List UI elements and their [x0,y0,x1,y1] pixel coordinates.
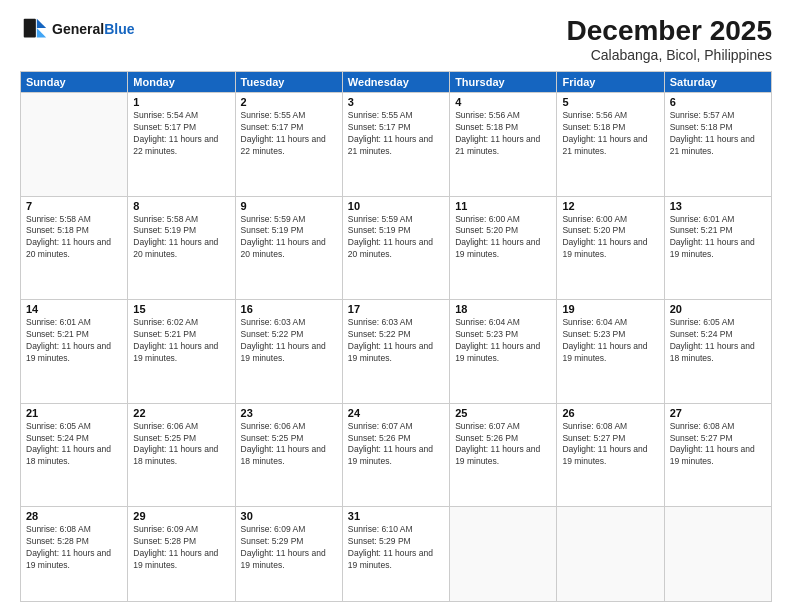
cell-info: Sunrise: 5:59 AMSunset: 5:19 PMDaylight:… [348,214,433,260]
calendar-cell: 13 Sunrise: 6:01 AMSunset: 5:21 PMDaylig… [664,196,771,300]
location-subtitle: Calabanga, Bicol, Philippines [567,47,772,63]
weekday-header-monday: Monday [128,72,235,93]
svg-rect-2 [24,19,36,38]
day-number: 1 [133,96,229,108]
calendar-cell: 20 Sunrise: 6:05 AMSunset: 5:24 PMDaylig… [664,300,771,404]
logo: GeneralBlue [20,15,134,43]
calendar-cell: 7 Sunrise: 5:58 AMSunset: 5:18 PMDayligh… [21,196,128,300]
calendar-cell: 15 Sunrise: 6:02 AMSunset: 5:21 PMDaylig… [128,300,235,404]
calendar-cell: 5 Sunrise: 5:56 AMSunset: 5:18 PMDayligh… [557,93,664,197]
calendar-week-row: 7 Sunrise: 5:58 AMSunset: 5:18 PMDayligh… [21,196,772,300]
day-number: 4 [455,96,551,108]
month-title: December 2025 [567,15,772,47]
calendar-cell: 6 Sunrise: 5:57 AMSunset: 5:18 PMDayligh… [664,93,771,197]
day-number: 16 [241,303,337,315]
day-number: 22 [133,407,229,419]
calendar-cell: 3 Sunrise: 5:55 AMSunset: 5:17 PMDayligh… [342,93,449,197]
day-number: 30 [241,510,337,522]
day-number: 18 [455,303,551,315]
day-number: 28 [26,510,122,522]
calendar-week-row: 21 Sunrise: 6:05 AMSunset: 5:24 PMDaylig… [21,403,772,507]
calendar-cell: 2 Sunrise: 5:55 AMSunset: 5:17 PMDayligh… [235,93,342,197]
day-number: 14 [26,303,122,315]
calendar-cell: 10 Sunrise: 5:59 AMSunset: 5:19 PMDaylig… [342,196,449,300]
cell-info: Sunrise: 6:06 AMSunset: 5:25 PMDaylight:… [133,421,218,467]
logo-text: GeneralBlue [52,21,134,38]
weekday-header-sunday: Sunday [21,72,128,93]
calendar-cell: 12 Sunrise: 6:00 AMSunset: 5:20 PMDaylig… [557,196,664,300]
day-number: 12 [562,200,658,212]
weekday-header-thursday: Thursday [450,72,557,93]
calendar-cell: 31 Sunrise: 6:10 AMSunset: 5:29 PMDaylig… [342,507,449,602]
title-block: December 2025 Calabanga, Bicol, Philippi… [567,15,772,63]
calendar-cell: 11 Sunrise: 6:00 AMSunset: 5:20 PMDaylig… [450,196,557,300]
cell-info: Sunrise: 6:00 AMSunset: 5:20 PMDaylight:… [562,214,647,260]
day-number: 9 [241,200,337,212]
day-number: 25 [455,407,551,419]
calendar-cell: 28 Sunrise: 6:08 AMSunset: 5:28 PMDaylig… [21,507,128,602]
cell-info: Sunrise: 6:03 AMSunset: 5:22 PMDaylight:… [348,317,433,363]
day-number: 11 [455,200,551,212]
cell-info: Sunrise: 6:01 AMSunset: 5:21 PMDaylight:… [26,317,111,363]
day-number: 8 [133,200,229,212]
weekday-header-row: SundayMondayTuesdayWednesdayThursdayFrid… [21,72,772,93]
cell-info: Sunrise: 5:55 AMSunset: 5:17 PMDaylight:… [241,110,326,156]
day-number: 21 [26,407,122,419]
day-number: 23 [241,407,337,419]
cell-info: Sunrise: 6:00 AMSunset: 5:20 PMDaylight:… [455,214,540,260]
cell-info: Sunrise: 5:57 AMSunset: 5:18 PMDaylight:… [670,110,755,156]
calendar-cell: 30 Sunrise: 6:09 AMSunset: 5:29 PMDaylig… [235,507,342,602]
cell-info: Sunrise: 6:08 AMSunset: 5:28 PMDaylight:… [26,524,111,570]
cell-info: Sunrise: 6:06 AMSunset: 5:25 PMDaylight:… [241,421,326,467]
cell-info: Sunrise: 5:54 AMSunset: 5:17 PMDaylight:… [133,110,218,156]
svg-marker-0 [37,19,46,28]
header: GeneralBlue December 2025 Calabanga, Bic… [20,15,772,63]
cell-info: Sunrise: 5:55 AMSunset: 5:17 PMDaylight:… [348,110,433,156]
calendar-cell [557,507,664,602]
day-number: 31 [348,510,444,522]
day-number: 24 [348,407,444,419]
calendar-cell: 1 Sunrise: 5:54 AMSunset: 5:17 PMDayligh… [128,93,235,197]
cell-info: Sunrise: 6:05 AMSunset: 5:24 PMDaylight:… [670,317,755,363]
calendar-week-row: 14 Sunrise: 6:01 AMSunset: 5:21 PMDaylig… [21,300,772,404]
day-number: 27 [670,407,766,419]
day-number: 19 [562,303,658,315]
cell-info: Sunrise: 6:10 AMSunset: 5:29 PMDaylight:… [348,524,433,570]
day-number: 10 [348,200,444,212]
day-number: 20 [670,303,766,315]
cell-info: Sunrise: 6:01 AMSunset: 5:21 PMDaylight:… [670,214,755,260]
weekday-header-friday: Friday [557,72,664,93]
cell-info: Sunrise: 6:08 AMSunset: 5:27 PMDaylight:… [562,421,647,467]
calendar-cell: 25 Sunrise: 6:07 AMSunset: 5:26 PMDaylig… [450,403,557,507]
calendar-cell: 18 Sunrise: 6:04 AMSunset: 5:23 PMDaylig… [450,300,557,404]
logo-icon [20,15,48,43]
weekday-header-wednesday: Wednesday [342,72,449,93]
cell-info: Sunrise: 6:05 AMSunset: 5:24 PMDaylight:… [26,421,111,467]
calendar-cell: 26 Sunrise: 6:08 AMSunset: 5:27 PMDaylig… [557,403,664,507]
calendar-cell: 23 Sunrise: 6:06 AMSunset: 5:25 PMDaylig… [235,403,342,507]
day-number: 6 [670,96,766,108]
cell-info: Sunrise: 6:09 AMSunset: 5:29 PMDaylight:… [241,524,326,570]
calendar-cell [450,507,557,602]
calendar-cell: 17 Sunrise: 6:03 AMSunset: 5:22 PMDaylig… [342,300,449,404]
cell-info: Sunrise: 6:09 AMSunset: 5:28 PMDaylight:… [133,524,218,570]
day-number: 26 [562,407,658,419]
day-number: 2 [241,96,337,108]
cell-info: Sunrise: 5:58 AMSunset: 5:18 PMDaylight:… [26,214,111,260]
cell-info: Sunrise: 6:04 AMSunset: 5:23 PMDaylight:… [455,317,540,363]
calendar-cell [21,93,128,197]
calendar-cell: 4 Sunrise: 5:56 AMSunset: 5:18 PMDayligh… [450,93,557,197]
cell-info: Sunrise: 5:58 AMSunset: 5:19 PMDaylight:… [133,214,218,260]
page: GeneralBlue December 2025 Calabanga, Bic… [0,0,792,612]
calendar-cell: 14 Sunrise: 6:01 AMSunset: 5:21 PMDaylig… [21,300,128,404]
day-number: 3 [348,96,444,108]
cell-info: Sunrise: 6:08 AMSunset: 5:27 PMDaylight:… [670,421,755,467]
calendar-cell: 8 Sunrise: 5:58 AMSunset: 5:19 PMDayligh… [128,196,235,300]
day-number: 7 [26,200,122,212]
calendar-week-row: 28 Sunrise: 6:08 AMSunset: 5:28 PMDaylig… [21,507,772,602]
calendar-table: SundayMondayTuesdayWednesdayThursdayFrid… [20,71,772,602]
cell-info: Sunrise: 6:07 AMSunset: 5:26 PMDaylight:… [455,421,540,467]
weekday-header-tuesday: Tuesday [235,72,342,93]
cell-info: Sunrise: 5:56 AMSunset: 5:18 PMDaylight:… [455,110,540,156]
cell-info: Sunrise: 6:04 AMSunset: 5:23 PMDaylight:… [562,317,647,363]
